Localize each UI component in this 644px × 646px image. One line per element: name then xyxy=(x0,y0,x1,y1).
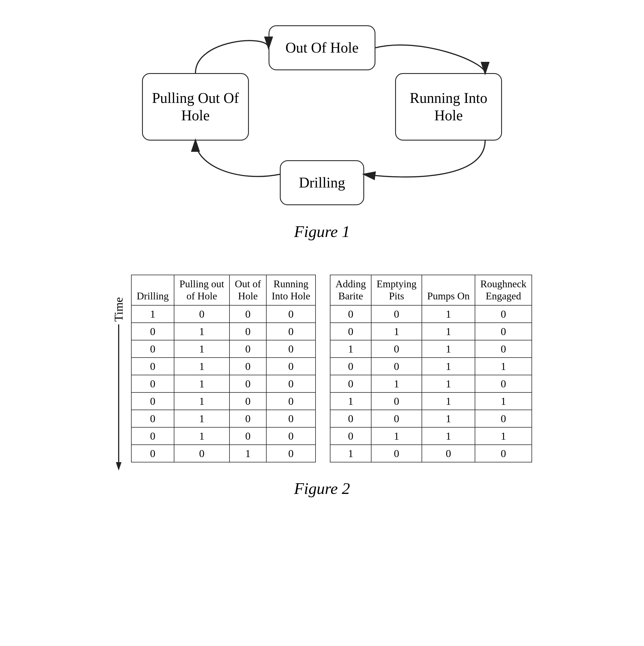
table-cell: 1 xyxy=(229,445,266,462)
col-pulling: Pulling outof Hole xyxy=(174,275,229,305)
col-running: RunningInto Hole xyxy=(266,275,315,305)
table-cell: 0 xyxy=(266,393,315,410)
table-cell: 1 xyxy=(422,393,475,410)
table-cell: 0 xyxy=(330,323,371,340)
table-cell: 0 xyxy=(229,393,266,410)
tables-group: Drilling Pulling outof Hole Out ofHole R… xyxy=(131,275,532,470)
table-cell: 1 xyxy=(422,305,475,323)
figure2-caption: Figure 2 xyxy=(294,479,350,498)
table-row: 0110 xyxy=(330,323,532,340)
table-cell: 0 xyxy=(229,357,266,375)
table-cell: 1 xyxy=(174,323,229,340)
col-emptying-pits: EmptyingPits xyxy=(371,275,422,305)
table-cell: 0 xyxy=(131,393,174,410)
table-cell: 0 xyxy=(131,375,174,393)
table-cell: 0 xyxy=(475,323,532,340)
table-cell: 0 xyxy=(229,410,266,427)
left-table: Drilling Pulling outof Hole Out ofHole R… xyxy=(131,275,316,462)
table-cell: 0 xyxy=(475,375,532,393)
table-row: 0100 xyxy=(131,340,315,357)
table-cell: 0 xyxy=(229,323,266,340)
table-cell: 0 xyxy=(422,445,475,462)
pulling-label: Pulling Out Of Hole xyxy=(151,89,240,124)
state-diagram: Out Of Hole Pulling Out Of Hole Running … xyxy=(125,17,519,214)
table-cell: 0 xyxy=(475,340,532,357)
table-row: 0100 xyxy=(131,323,315,340)
table-wrapper: Time Drilling Pulling outof Hole Out ofH… xyxy=(112,275,532,470)
table-cell: 1 xyxy=(422,427,475,445)
time-axis: Time xyxy=(112,275,125,470)
table-cell: 1 xyxy=(422,357,475,375)
table-row: 0100 xyxy=(131,375,315,393)
table-cell: 0 xyxy=(371,445,422,462)
table-row: 1000 xyxy=(330,445,532,462)
table-row: 0010 xyxy=(330,305,532,323)
table-row: 0010 xyxy=(131,445,315,462)
table-cell: 0 xyxy=(229,375,266,393)
col-pumps-on: Pumps On xyxy=(422,275,475,305)
table-cell: 1 xyxy=(174,340,229,357)
box-out-of-hole: Out Of Hole xyxy=(269,25,375,70)
table-cell: 0 xyxy=(131,445,174,462)
table-row: 1000 xyxy=(131,305,315,323)
table-cell: 0 xyxy=(475,445,532,462)
table-row: 0100 xyxy=(131,357,315,375)
box-drilling: Drilling xyxy=(280,160,364,205)
table-cell: 0 xyxy=(131,357,174,375)
table-cell: 0 xyxy=(174,305,229,323)
table-cell: 0 xyxy=(229,340,266,357)
right-table: AddingBarite EmptyingPits Pumps On Rough… xyxy=(330,275,532,462)
col-out-of-hole: Out ofHole xyxy=(229,275,266,305)
table-row: 0010 xyxy=(330,410,532,427)
table-cell: 0 xyxy=(229,305,266,323)
table-cell: 0 xyxy=(131,427,174,445)
table-cell: 0 xyxy=(330,305,371,323)
table-cell: 0 xyxy=(266,410,315,427)
box-pulling: Pulling Out Of Hole xyxy=(142,73,249,140)
table-cell: 0 xyxy=(330,357,371,375)
table-cell: 0 xyxy=(266,305,315,323)
time-arrow xyxy=(113,324,124,470)
table-cell: 0 xyxy=(371,357,422,375)
table-cell: 0 xyxy=(330,410,371,427)
figure1-caption: Figure 1 xyxy=(294,222,350,241)
table-cell: 1 xyxy=(422,340,475,357)
time-label: Time xyxy=(112,297,125,322)
table-row: 0100 xyxy=(131,427,315,445)
table-row: 0011 xyxy=(330,357,532,375)
table-cell: 0 xyxy=(371,340,422,357)
table-cell: 1 xyxy=(422,410,475,427)
running-label: Running Into Hole xyxy=(404,89,493,124)
table-cell: 0 xyxy=(131,410,174,427)
table-cell: 0 xyxy=(330,427,371,445)
table-cell: 1 xyxy=(174,410,229,427)
table-cell: 0 xyxy=(371,393,422,410)
table-cell: 1 xyxy=(330,340,371,357)
table-cell: 1 xyxy=(371,427,422,445)
table-row: 0100 xyxy=(131,393,315,410)
table-cell: 0 xyxy=(371,410,422,427)
table-cell: 1 xyxy=(131,305,174,323)
table-cell: 0 xyxy=(266,445,315,462)
table-cell: 0 xyxy=(475,410,532,427)
table-cell: 0 xyxy=(229,427,266,445)
table-cell: 1 xyxy=(422,323,475,340)
out-of-hole-label: Out Of Hole xyxy=(285,39,359,57)
table-cell: 1 xyxy=(371,375,422,393)
table-cell: 0 xyxy=(266,427,315,445)
table-cell: 1 xyxy=(475,393,532,410)
box-running: Running Into Hole xyxy=(395,73,502,140)
table-cell: 0 xyxy=(174,445,229,462)
table-cell: 1 xyxy=(330,445,371,462)
table-row: 1011 xyxy=(330,393,532,410)
figure1: Out Of Hole Pulling Out Of Hole Running … xyxy=(22,17,622,241)
table-cell: 0 xyxy=(371,305,422,323)
table-cell: 0 xyxy=(266,357,315,375)
col-drilling: Drilling xyxy=(131,275,174,305)
col-adding-barite: AddingBarite xyxy=(330,275,371,305)
table-row: 0111 xyxy=(330,427,532,445)
table-cell: 1 xyxy=(475,427,532,445)
table-cell: 1 xyxy=(475,357,532,375)
table-row: 0100 xyxy=(131,410,315,427)
figure2: Time Drilling Pulling outof Hole Out ofH… xyxy=(22,275,622,498)
